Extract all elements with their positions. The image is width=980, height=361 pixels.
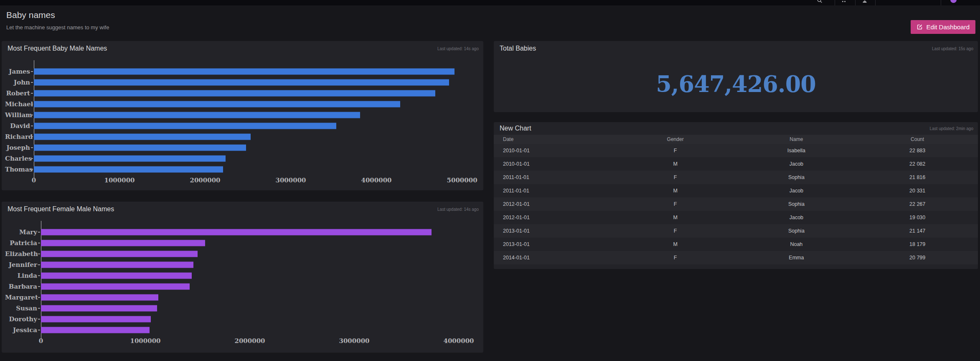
panel-most-frequent-female-names: Most Frequent Female Male Names Last upd… [2, 202, 483, 353]
y-tick-mark [37, 227, 41, 238]
category-label: William [5, 111, 30, 119]
topbar-divider [855, 0, 856, 5]
category-label: Joseph [5, 144, 30, 151]
stat-body: 5,647,426.00 [494, 56, 978, 112]
category-label: Michael [5, 100, 30, 108]
table-cell-name: Sophia [736, 228, 857, 234]
table-row: 2014-01-01MNoah19 144 [494, 264, 978, 269]
bar-john [34, 79, 449, 86]
bar-margaret [41, 294, 158, 301]
bar-thomas [34, 166, 223, 173]
table-cell-gender: M [615, 161, 736, 167]
bar-track [41, 325, 478, 335]
panel-title: New Chart [500, 125, 531, 132]
y-tick-mark [30, 164, 34, 175]
bar-row: David [2, 120, 483, 131]
bar-row: William [2, 110, 483, 120]
table-row: 2014-01-01FEmma20 799 [494, 251, 978, 264]
edit-dashboard-button[interactable]: Edit Dashboard [911, 20, 975, 34]
category-label: Charles [5, 155, 30, 162]
table-cell-date: 2013-01-01 [494, 241, 615, 247]
panel-most-frequent-male-names: Most Frequent Baby Male Names Last updat… [2, 41, 483, 190]
table-cell-name: Jacob [736, 188, 857, 194]
table-cell-count: 20 799 [857, 255, 978, 261]
bar-dorothy [41, 316, 151, 323]
table-cell-gender: F [615, 148, 736, 154]
bar-track [34, 110, 478, 120]
last-updated-label: Last updated: 15s ago [932, 46, 973, 51]
x-tick-label: 4000000 [443, 337, 474, 345]
bar-rows: MaryPatriciaElizabethJenniferLindaBarbar… [2, 227, 483, 335]
bar-michael [34, 101, 400, 108]
table-cell-date: 2010-01-01 [494, 148, 615, 154]
bar-charles [34, 156, 226, 162]
panel-header: Most Frequent Female Male Names Last upd… [2, 202, 483, 217]
bar-jennifer [41, 262, 193, 268]
panel-title: Most Frequent Female Male Names [8, 205, 114, 213]
edit-pencil-icon [917, 24, 923, 30]
last-updated-label: Last updated: 2min ago [929, 126, 973, 131]
table-cell-name: Emma [736, 255, 857, 261]
bar-susan [41, 305, 157, 312]
x-tick-label: 3000000 [275, 177, 306, 184]
user-icon[interactable] [862, 0, 868, 3]
x-tick-label: 2000000 [234, 337, 265, 345]
bar-row: Michael [2, 99, 483, 110]
bar-linda [41, 273, 192, 279]
apps-grid-icon[interactable] [841, 0, 847, 3]
category-label: David [5, 122, 30, 130]
user-avatar[interactable] [950, 0, 957, 3]
table-cell-count: 22 267 [857, 201, 978, 207]
table-cell-date: 2011-01-01 [494, 188, 615, 194]
bar-track [34, 164, 478, 175]
table-cell-count: 20 331 [857, 188, 978, 194]
y-tick-mark [37, 270, 41, 281]
table-cell-gender: M [615, 188, 736, 194]
category-label: Thomas [5, 166, 30, 173]
last-updated-label: Last updated: 14s ago [437, 207, 479, 212]
category-label: Jessica [5, 326, 37, 334]
panel-title: Most Frequent Baby Male Names [8, 45, 107, 52]
x-tick-label: 1000000 [130, 337, 160, 345]
search-icon[interactable] [817, 0, 823, 3]
bar-joseph [34, 145, 246, 151]
bar-row: Charles [2, 153, 483, 164]
y-tick-mark [37, 248, 41, 259]
bar-row: Mary [2, 227, 483, 238]
bar-elizabeth [41, 251, 198, 257]
category-label: Patricia [5, 239, 37, 247]
bar-row: Jennifer [2, 259, 483, 270]
table-cell-gender: M [615, 241, 736, 247]
table-row: 2013-01-01FSophia21 147 [494, 224, 978, 238]
table-cell-date: 2014-01-01 [494, 268, 615, 269]
topbar-divider [875, 0, 876, 5]
table-cell-date: 2012-01-01 [494, 201, 615, 207]
bar-track [41, 227, 478, 238]
bar-track [34, 66, 478, 77]
bar-william [34, 112, 360, 118]
bar-row: Susan [2, 303, 483, 314]
bar-mary [41, 229, 432, 236]
category-label: Jennifer [5, 261, 37, 269]
panel-header: Total Babies Last updated: 15s ago [494, 41, 978, 56]
table-header-row: DateGenderNameCount [494, 135, 978, 144]
bar-row: Joseph [2, 142, 483, 153]
bar-track [41, 270, 478, 281]
y-tick-mark [37, 259, 41, 270]
y-tick-mark [30, 110, 34, 120]
table-cell-gender: M [615, 268, 736, 269]
page-subtitle: Let the machine suggest names to my wife [6, 24, 109, 31]
bar-patricia [41, 240, 205, 246]
x-tick-label: 0 [39, 337, 43, 345]
table-cell-name: Jacob [736, 161, 857, 167]
y-tick-mark [37, 303, 41, 314]
table-row: 2010-01-01MJacob22 082 [494, 157, 978, 171]
category-label: Elizabeth [5, 250, 37, 258]
bar-row: Thomas [2, 164, 483, 175]
bar-track [34, 99, 478, 110]
edit-dashboard-label: Edit Dashboard [927, 23, 970, 31]
table-cell-gender: F [615, 201, 736, 207]
y-tick-mark [37, 314, 41, 325]
baby-names-table[interactable]: DateGenderNameCount2010-01-01FIsabella22… [494, 135, 978, 269]
y-tick-mark [37, 238, 41, 248]
